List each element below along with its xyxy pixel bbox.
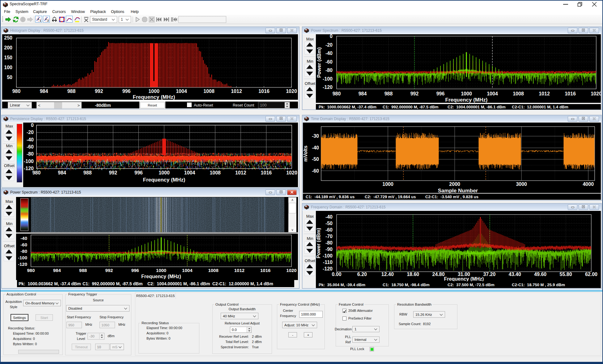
svg-text:980: 980	[12, 89, 21, 94]
svg-text:3000: 3000	[516, 182, 527, 187]
svg-text:1016: 1016	[565, 91, 576, 96]
svg-text:-60: -60	[325, 59, 333, 65]
svg-text:988: 988	[384, 91, 393, 96]
svg-text:2: 2	[47, 19, 49, 22]
svg-text:1008: 1008	[513, 91, 524, 96]
svg-text:Power (dBm): Power (dBm)	[316, 47, 322, 78]
svg-text:0: 0	[330, 34, 333, 39]
svg-text:-80: -80	[27, 151, 34, 157]
svg-text:984: 984	[40, 89, 48, 94]
svg-text:988: 988	[67, 89, 76, 94]
svg-text:mVolts: mVolts	[303, 145, 308, 161]
svg-text:50: 50	[7, 75, 12, 80]
svg-text:992: 992	[95, 89, 103, 94]
svg-text:1004: 1004	[176, 89, 187, 94]
svg-text:1012: 1012	[234, 268, 244, 273]
svg-text:1: 1	[40, 19, 41, 22]
svg-text:-100: -100	[18, 255, 27, 260]
svg-text:-40: -40	[20, 236, 27, 241]
svg-text:1016: 1016	[258, 89, 270, 94]
svg-text:1000: 1000	[461, 91, 472, 96]
svg-text:Frequency (MHz): Frequency (MHz)	[133, 94, 175, 100]
svg-text:1004: 1004	[184, 170, 195, 175]
svg-text:-40: -40	[325, 51, 333, 56]
svg-text:-120: -120	[18, 261, 27, 267]
svg-text:1000: 1000	[156, 268, 166, 273]
svg-text:-40: -40	[27, 137, 34, 142]
svg-text:55.80: 55.80	[560, 272, 572, 277]
svg-text:Power (dBm): Power (dBm)	[316, 228, 321, 258]
svg-text:0: 0	[31, 123, 34, 128]
svg-text:62.00: 62.00	[585, 272, 597, 277]
svg-text:996: 996	[122, 89, 131, 94]
svg-text:200: 200	[4, 45, 12, 50]
svg-text:1004: 1004	[182, 268, 193, 273]
svg-text:-20: -20	[27, 130, 34, 135]
svg-text:988: 988	[79, 268, 87, 273]
svg-text:1016: 1016	[261, 170, 272, 175]
svg-text:1020: 1020	[286, 170, 297, 175]
svg-text:6.20: 6.20	[357, 272, 367, 277]
svg-text:2000: 2000	[449, 182, 460, 187]
svg-text:1008: 1008	[210, 170, 221, 175]
svg-text:1012: 1012	[231, 89, 242, 94]
svg-text:992: 992	[410, 91, 419, 96]
svg-text:-50: -50	[312, 157, 319, 162]
svg-text:1020: 1020	[591, 91, 601, 96]
svg-text:49.60: 49.60	[534, 272, 546, 277]
svg-text:-120: -120	[323, 266, 333, 271]
svg-text:-20: -20	[325, 42, 333, 48]
svg-text:Frequency (MHz): Frequency (MHz)	[444, 276, 484, 281]
svg-text:100: 100	[4, 65, 12, 70]
svg-text:-60: -60	[325, 227, 333, 232]
svg-text:24.80: 24.80	[432, 272, 445, 277]
svg-text:1020: 1020	[286, 89, 297, 94]
svg-text:1004: 1004	[487, 91, 498, 96]
svg-text:984: 984	[53, 268, 61, 273]
svg-text:Frequency (MHz): Frequency (MHz)	[445, 97, 488, 103]
svg-text:Frequency (MHz): Frequency (MHz)	[143, 177, 185, 183]
svg-text:250: 250	[4, 35, 12, 40]
svg-text:996: 996	[134, 170, 143, 175]
svg-text:18.60: 18.60	[407, 272, 419, 277]
svg-text:996: 996	[436, 91, 445, 96]
svg-text:988: 988	[83, 170, 92, 175]
svg-text:984: 984	[58, 170, 66, 175]
svg-text:43.40: 43.40	[509, 272, 521, 277]
svg-text:-100: -100	[323, 253, 333, 258]
svg-text:1000: 1000	[148, 89, 159, 94]
svg-text:1016: 1016	[260, 268, 270, 273]
svg-text:992: 992	[109, 170, 117, 175]
svg-text:0.00: 0.00	[332, 272, 341, 277]
svg-text:-80: -80	[20, 249, 27, 254]
svg-text:-80: -80	[325, 68, 333, 73]
svg-text:-60: -60	[27, 144, 34, 149]
svg-text:-60: -60	[20, 242, 27, 247]
svg-text:1008: 1008	[208, 268, 218, 273]
svg-text:-110: -110	[323, 260, 333, 265]
svg-text:-30: -30	[312, 133, 319, 139]
svg-text:-60: -60	[312, 168, 319, 174]
svg-text:984: 984	[359, 91, 367, 96]
svg-text:12.40: 12.40	[381, 272, 394, 277]
svg-text:980: 980	[27, 268, 35, 273]
svg-text:-40: -40	[325, 214, 333, 220]
svg-text:1012: 1012	[539, 91, 550, 96]
svg-text:992: 992	[105, 268, 113, 273]
svg-text:-100: -100	[24, 159, 34, 164]
svg-text:980: 980	[333, 91, 341, 96]
svg-text:150: 150	[4, 55, 12, 60]
svg-text:4000: 4000	[583, 182, 594, 187]
svg-text:Frequency (MHz): Frequency (MHz)	[141, 274, 181, 279]
svg-text:1012: 1012	[235, 170, 246, 175]
svg-text:Sample Number: Sample Number	[438, 188, 478, 193]
svg-text:-120: -120	[323, 85, 333, 90]
svg-text:37.20: 37.20	[483, 272, 495, 277]
svg-text:1000: 1000	[159, 170, 170, 175]
svg-text:-80: -80	[325, 240, 333, 245]
svg-text:996: 996	[131, 268, 139, 273]
svg-text:-90: -90	[325, 247, 333, 252]
svg-text:-120: -120	[24, 166, 34, 171]
svg-text:1000: 1000	[382, 182, 393, 187]
svg-text:-40: -40	[312, 145, 319, 150]
